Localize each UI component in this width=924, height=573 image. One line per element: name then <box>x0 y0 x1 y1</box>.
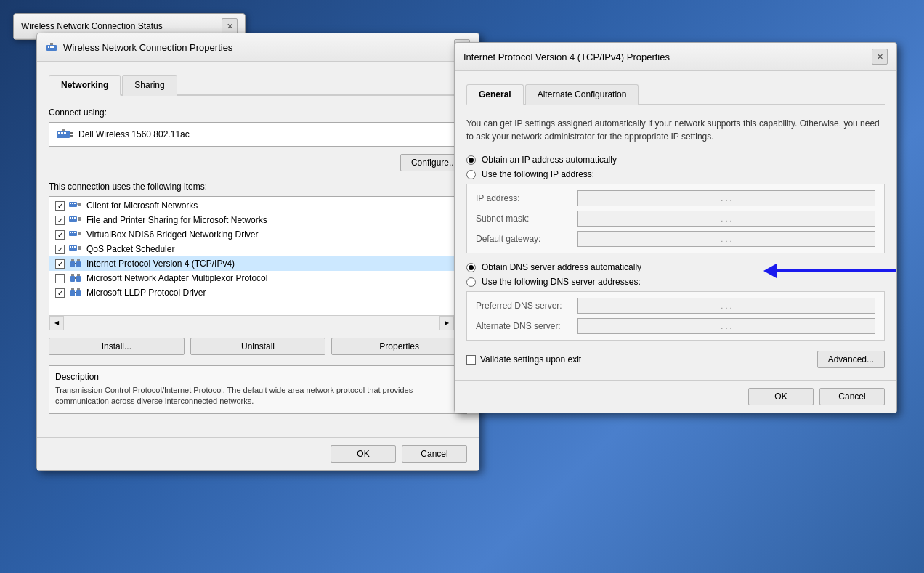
list-item[interactable]: Internet Protocol Version 4 (TCP/IPv4) <box>49 256 466 271</box>
item-label-5: Microsoft Network Adapter Multiplexor Pr… <box>86 273 267 283</box>
radio-manual-dns-btn[interactable] <box>466 277 476 287</box>
radio-manual-ip[interactable]: Use the following IP address: <box>466 169 885 179</box>
item-label-1: File and Printer Sharing for Microsoft N… <box>86 215 267 225</box>
item-checkbox-2[interactable] <box>55 230 65 240</box>
preferred-dns-input: . . . <box>578 298 875 314</box>
arrow-line <box>777 269 896 272</box>
info-text: You can get IP settings assigned automat… <box>466 117 885 143</box>
protocol-icon-5 <box>69 273 82 283</box>
install-button[interactable]: Install... <box>49 338 185 355</box>
ipv4-titlebar: Internet Protocol Version 4 (TCP/IPv4) P… <box>455 43 896 71</box>
svg-rect-30 <box>72 246 73 248</box>
tab-alternate-config[interactable]: Alternate Configuration <box>525 84 639 105</box>
svg-rect-33 <box>70 261 75 267</box>
svg-rect-14 <box>72 203 73 204</box>
tab-sharing[interactable]: Sharing <box>122 75 177 96</box>
svg-rect-3 <box>52 46 54 48</box>
dns-fields-group: Preferred DNS server: . . . Alternate DN… <box>466 291 885 341</box>
properties-button[interactable]: Properties <box>331 338 467 355</box>
ipv4-tabs: General Alternate Configuration <box>466 83 885 105</box>
validate-label: Validate settings upon exit <box>480 354 581 365</box>
ipv4-cancel-button[interactable]: Cancel <box>819 388 885 405</box>
h-scroll-right-arrow[interactable]: ▶ <box>439 316 454 330</box>
uninstall-button[interactable]: Uninstall <box>190 338 326 355</box>
radio-auto-ip-btn[interactable] <box>466 155 476 165</box>
ipv4-ok-button[interactable]: OK <box>748 388 814 405</box>
svg-rect-6 <box>58 132 60 134</box>
svg-rect-29 <box>70 246 71 248</box>
install-row: Install... Uninstall Properties <box>49 338 467 355</box>
description-box: Description Transmission Control Protoco… <box>49 365 467 414</box>
svg-rect-38 <box>70 276 75 282</box>
properties-titlebar: Wireless Network Connection Properties ✕ <box>37 33 479 62</box>
tab-networking[interactable]: Networking <box>49 75 121 96</box>
tab-general[interactable]: General <box>466 84 524 105</box>
list-item[interactable]: Client for Microsoft Networks <box>49 198 466 213</box>
svg-rect-2 <box>50 46 52 48</box>
svg-rect-22 <box>78 217 81 221</box>
subnet-mask-row: Subnet mask: . . . <box>476 211 875 227</box>
svg-rect-1 <box>48 46 49 48</box>
list-item[interactable]: Microsoft LLDP Protocol Driver <box>49 285 466 300</box>
subnet-mask-input: . . . <box>578 211 875 227</box>
validate-row: Validate settings upon exit Advanced... <box>466 351 885 368</box>
svg-rect-20 <box>72 217 73 219</box>
protocol-icon-6 <box>69 288 82 298</box>
radio-auto-dns-btn[interactable] <box>466 263 476 272</box>
properties-tabs: Networking Sharing <box>49 73 467 96</box>
item-checkbox-5[interactable] <box>55 274 65 283</box>
items-label: This connection uses the following items… <box>49 182 467 192</box>
item-checkbox-0[interactable] <box>55 201 65 211</box>
ipv4-close-button[interactable]: ✕ <box>872 49 888 65</box>
advanced-button[interactable]: Advanced... <box>817 351 885 368</box>
ipv4-dialog-bottom: OK Cancel <box>455 380 896 413</box>
svg-rect-11 <box>70 135 73 137</box>
svg-rect-46 <box>77 288 80 290</box>
properties-dialog-content: Networking Sharing Connect using: Dell W… <box>37 62 479 437</box>
svg-rect-43 <box>70 290 75 296</box>
svg-rect-34 <box>76 261 81 267</box>
list-item[interactable]: QoS Packet Scheduler <box>49 242 466 256</box>
list-item[interactable]: VirtualBox NDIS6 Bridged Networking Driv… <box>49 227 466 242</box>
adapter-box: Dell Wireless 1560 802.11ac <box>49 122 467 147</box>
default-gateway-input: . . . <box>578 231 875 247</box>
preferred-dns-row: Preferred DNS server: . . . <box>476 298 875 314</box>
h-scroll-left-arrow[interactable]: ◀ <box>49 316 64 330</box>
ip-address-input: . . . <box>578 190 875 206</box>
item-checkbox-3[interactable] <box>55 245 65 254</box>
item-checkbox-6[interactable] <box>55 288 65 298</box>
svg-rect-44 <box>76 290 81 296</box>
properties-cancel-button[interactable]: Cancel <box>402 445 467 463</box>
list-item[interactable]: Microsoft Network Adapter Multiplexor Pr… <box>49 271 466 285</box>
radio-manual-dns[interactable]: Use the following DNS server addresses: <box>466 277 885 287</box>
svg-rect-8 <box>64 132 66 134</box>
radio-auto-dns-label: Obtain DNS server address automatically <box>482 262 641 272</box>
background-close-button[interactable]: ✕ <box>222 18 238 34</box>
svg-rect-36 <box>77 259 80 261</box>
network-icon-0 <box>69 200 82 211</box>
h-scroll-track <box>64 316 439 330</box>
radio-auto-ip[interactable]: Obtain an IP address automatically <box>466 155 885 165</box>
radio-manual-dns-label: Use the following DNS server addresses: <box>482 277 641 287</box>
background-dialog-title: Wireless Network Connection Status <box>21 21 163 31</box>
validate-checkbox[interactable] <box>466 355 476 365</box>
list-item[interactable]: File and Printer Sharing for Microsoft N… <box>49 213 466 227</box>
item-checkbox-1[interactable] <box>55 216 65 225</box>
svg-rect-24 <box>70 232 71 233</box>
alternate-dns-input: . . . <box>578 318 875 334</box>
radio-manual-ip-btn[interactable] <box>466 170 476 179</box>
ip-address-label: IP address: <box>476 193 578 203</box>
svg-rect-45 <box>71 288 74 290</box>
horizontal-scrollbar[interactable]: ◀ ▶ <box>49 315 454 330</box>
svg-rect-31 <box>74 246 76 248</box>
radio-auto-ip-label: Obtain an IP address automatically <box>482 155 617 165</box>
svg-rect-15 <box>74 203 76 204</box>
network-adapter-icon <box>46 41 57 53</box>
item-checkbox-4[interactable] <box>55 259 65 269</box>
svg-rect-32 <box>78 246 81 250</box>
items-list: Client for Microsoft Networks File and P… <box>49 197 466 330</box>
properties-dialog: Wireless Network Connection Properties ✕… <box>36 33 479 471</box>
network-icon-1 <box>69 215 82 225</box>
properties-ok-button[interactable]: OK <box>331 445 396 463</box>
arrow-annotation <box>765 264 896 278</box>
